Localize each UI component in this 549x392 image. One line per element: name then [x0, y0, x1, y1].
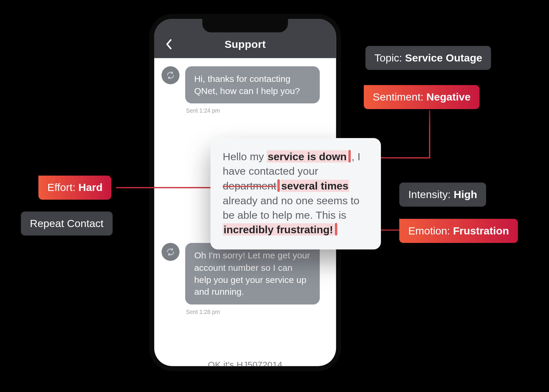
highlight-end-cap — [348, 150, 351, 163]
tag-label: Repeat Contact — [30, 217, 103, 229]
tag-repeat-contact: Repeat Contact — [21, 211, 113, 235]
tag-topic: Topic: Service Outage — [366, 46, 491, 70]
customer-message-callout: Hello my service is down, I have contact… — [210, 138, 381, 250]
refresh-icon — [166, 71, 175, 80]
agent-message-2: Oh I'm sorry! Let me get your account nu… — [185, 243, 320, 304]
timestamp-agent-1: Sent 1:24 pm — [186, 108, 329, 114]
callout-text: Hello my — [223, 150, 267, 162]
partial-user-message: OK it's HJ5072014 — [154, 359, 336, 366]
tag-sentiment: Sentiment: Negative — [364, 85, 480, 109]
struck-word: department — [223, 179, 277, 192]
highlight-several-times: several times — [280, 179, 349, 192]
tag-value: High — [454, 188, 477, 200]
highlight-service-down: service is down — [267, 150, 347, 162]
tag-value: Negative — [426, 91, 471, 103]
tag-label: Intensity: — [408, 188, 454, 200]
highlight-start-cap — [277, 179, 280, 192]
phone-notch — [202, 19, 288, 33]
agent-avatar — [162, 66, 180, 84]
highlight-frustrating: incredibly frustrating! — [223, 223, 334, 236]
highlight-end-cap — [335, 223, 337, 236]
message-row-agent-1: Hi, thanks for contacting QNet, how can … — [162, 66, 329, 103]
tag-label: Effort: — [47, 181, 78, 193]
tag-value: Hard — [78, 181, 103, 193]
tag-intensity: Intensity: High — [399, 182, 486, 206]
agent-message-1: Hi, thanks for contacting QNet, how can … — [185, 66, 320, 103]
tag-label: Sentiment: — [373, 91, 426, 103]
tag-value: Service Outage — [405, 51, 482, 64]
tag-value: Frustration — [453, 225, 509, 237]
refresh-icon — [166, 247, 175, 256]
header-title: Support — [154, 38, 336, 51]
tag-label: Emotion: — [408, 225, 453, 237]
tag-label: Topic: — [374, 51, 405, 64]
composition: Support Hi, thanks for contacting QNet, … — [11, 0, 538, 392]
agent-avatar — [162, 243, 180, 261]
callout-text: already and no one seems to be able to h… — [223, 194, 360, 221]
tag-effort: Effort: Hard — [38, 176, 112, 200]
timestamp-agent-2: Sent 1:28 pm — [186, 309, 329, 315]
tag-emotion: Emotion: Frustration — [399, 219, 518, 243]
message-row-agent-2: Oh I'm sorry! Let me get your account nu… — [162, 243, 329, 304]
diagram-stage: Support Hi, thanks for contacting QNet, … — [0, 0, 549, 392]
